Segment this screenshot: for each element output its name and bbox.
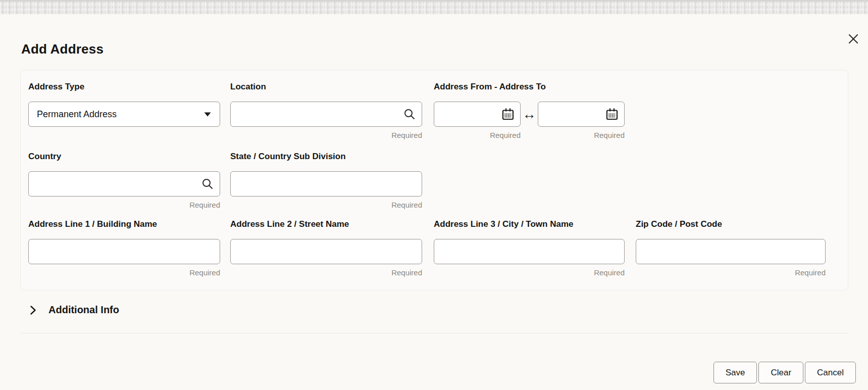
address-from-calendar-button[interactable] [499, 106, 517, 123]
address-line3-label: Address Line 3 / City / Town Name [434, 219, 625, 230]
zip-code-input[interactable] [636, 239, 826, 264]
address-type-selected-value: Permanent Address [37, 109, 117, 120]
screen: Add Address Address Type Permanent Addre… [0, 0, 868, 390]
address-line2-label: Address Line 2 / Street Name [230, 219, 422, 230]
footer-actions: Save Clear Cancel [713, 362, 856, 383]
address-to-required-hint: Required [538, 131, 625, 141]
address-from-required-hint: Required [434, 131, 521, 141]
state-label: State / Country Sub Division [230, 151, 422, 162]
footer-divider [20, 333, 848, 333]
country-required-hint: Required [28, 201, 220, 211]
address-line3-input[interactable] [434, 239, 625, 264]
chevron-right-icon [29, 305, 37, 316]
location-input[interactable] [230, 102, 422, 127]
address-type-field: Address Type Permanent Address [28, 81, 220, 127]
cancel-button[interactable]: Cancel [805, 362, 856, 383]
calendar-icon [605, 108, 619, 121]
address-line3-required-hint: Required [434, 268, 625, 278]
location-required-hint: Required [230, 131, 422, 141]
location-field: Location Required [230, 81, 422, 141]
clear-button[interactable]: Clear [758, 362, 803, 383]
country-search-button[interactable] [199, 175, 216, 192]
address-line3-field: Address Line 3 / City / Town Name Requir… [434, 219, 625, 278]
close-button[interactable] [845, 31, 861, 47]
add-address-modal: Add Address Address Type Permanent Addre… [0, 14, 868, 390]
search-icon [403, 108, 416, 120]
date-range-arrow-icon: ↔ [521, 102, 538, 127]
address-dates-field: Address From - Address To [434, 81, 625, 141]
address-dates-label: Address From - Address To [434, 81, 625, 92]
country-label: Country [28, 151, 220, 162]
country-field: Country Required [28, 151, 220, 211]
close-icon [848, 34, 858, 44]
address-line2-required-hint: Required [230, 268, 422, 278]
address-form-card: Address Type Permanent Address Location [20, 70, 848, 290]
address-line2-field: Address Line 2 / Street Name Required [230, 219, 422, 278]
location-label: Location [230, 81, 422, 92]
search-icon [201, 178, 214, 190]
state-field: State / Country Sub Division Required [230, 151, 422, 211]
address-line1-label: Address Line 1 / Building Name [28, 219, 220, 230]
save-button[interactable]: Save [713, 362, 757, 383]
address-type-label: Address Type [28, 81, 220, 92]
country-input[interactable] [28, 171, 220, 197]
address-type-select[interactable]: Permanent Address [28, 102, 220, 127]
modal-title: Add Address [21, 41, 104, 57]
address-line1-input[interactable] [28, 239, 220, 264]
address-line2-input[interactable] [230, 239, 422, 264]
zip-code-field: Zip Code / Post Code Required [636, 219, 826, 278]
calendar-icon [501, 108, 515, 121]
caret-down-icon [203, 112, 212, 117]
address-line1-field: Address Line 1 / Building Name Required [28, 219, 220, 278]
state-required-hint: Required [230, 201, 422, 211]
additional-info-title: Additional Info [48, 304, 119, 316]
address-to-calendar-button[interactable] [603, 106, 621, 123]
zip-code-label: Zip Code / Post Code [636, 219, 826, 230]
location-search-button[interactable] [401, 106, 418, 123]
additional-info-toggle[interactable]: Additional Info [29, 304, 119, 316]
zip-code-required-hint: Required [636, 268, 826, 278]
background-page-blur [0, 0, 868, 14]
state-input[interactable] [230, 171, 422, 197]
address-line1-required-hint: Required [28, 268, 220, 278]
